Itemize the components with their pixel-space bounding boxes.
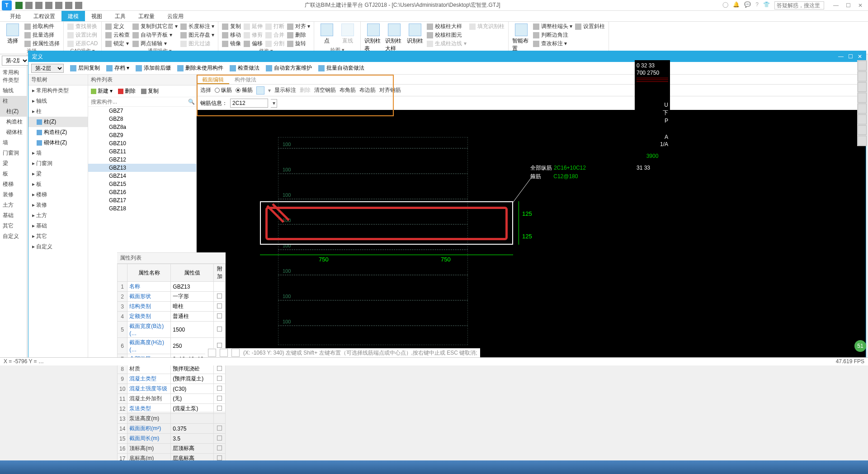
ribbon-pick[interactable]: 拾取构件 xyxy=(24,23,60,30)
ol-stair[interactable]: 楼梯 xyxy=(0,179,27,190)
ribbon-autoalign[interactable]: 自动平齐板 ▾ xyxy=(132,31,177,39)
tab-qty[interactable]: 工程量 xyxy=(132,11,161,21)
comp-item[interactable]: GBZ18 xyxy=(88,204,196,213)
prop-value[interactable]: 暗柱 xyxy=(171,302,214,312)
ol-common[interactable]: 常用构件类型 xyxy=(0,67,27,85)
navtree-group[interactable]: ▸ 常用构件类型 xyxy=(28,85,88,96)
rebar-input[interactable] xyxy=(230,99,268,108)
ribbon-point[interactable]: 点 xyxy=(318,23,336,45)
prop-value[interactable]: 层顶标高 xyxy=(171,444,214,454)
prop-add[interactable] xyxy=(214,404,226,414)
hint-btn3[interactable] xyxy=(231,349,240,357)
user-icon[interactable]: ◯ xyxy=(722,1,728,9)
navtree-group[interactable]: ▸ 自定义 xyxy=(28,242,88,252)
prop-add[interactable] xyxy=(214,434,226,444)
prop-name[interactable]: 结构类别 xyxy=(127,302,171,312)
ribbon-idcoltable[interactable]: 识别柱表 xyxy=(364,23,382,52)
minimize-icon[interactable]: — xyxy=(833,2,839,9)
prop-add[interactable] xyxy=(214,322,226,338)
radio-zongjin[interactable]: 纵筋 xyxy=(215,86,232,94)
prop-value[interactable]: 3.5 xyxy=(171,434,214,444)
prop-value[interactable]: 1500 xyxy=(171,322,214,338)
help-search[interactable] xyxy=(774,1,824,9)
comp-item[interactable]: GBZ9 xyxy=(88,131,196,139)
ol-col-gz[interactable]: 构造柱 xyxy=(0,117,27,127)
prop-name[interactable]: 顶标高(m) xyxy=(127,444,171,454)
comp-item[interactable]: GBZ8a xyxy=(88,123,196,131)
ribbon-checkbig[interactable]: 校核柱大样 xyxy=(427,23,466,30)
qat-undo-icon[interactable] xyxy=(25,2,33,9)
ribbon-checkanno[interactable]: 查改标注 ▾ xyxy=(533,40,572,47)
comp-item[interactable]: GBZ16 xyxy=(88,188,196,196)
tab-tools[interactable]: 工具 xyxy=(108,11,132,21)
complist-search[interactable] xyxy=(88,97,186,106)
ribbon-idcol[interactable]: 识别柱 xyxy=(406,23,424,45)
tab-project[interactable]: 工程设置 xyxy=(27,11,61,21)
comp-item[interactable]: GBZ12 xyxy=(88,156,196,164)
ol-earth[interactable]: 土方 xyxy=(0,200,27,210)
ol-wall[interactable]: 墙 xyxy=(0,137,27,148)
ol-axis[interactable]: 轴线 xyxy=(0,85,27,96)
dlg-floorcopy[interactable]: 层间复制 xyxy=(70,64,100,72)
ribbon-define[interactable]: 定义 xyxy=(105,23,130,30)
prop-add[interactable] xyxy=(214,302,226,312)
tab-model[interactable]: 建模 xyxy=(61,11,85,21)
navtree-group[interactable]: ▸ 墙 xyxy=(28,148,88,158)
dlg-max-icon[interactable]: ☐ xyxy=(848,53,853,60)
complist-copy[interactable]: 复制 xyxy=(141,87,159,95)
dlg-autoplan[interactable]: 自动套方案维护 xyxy=(266,64,312,72)
prop-add[interactable] xyxy=(214,312,226,322)
ribbon-copy[interactable]: 复制 xyxy=(222,23,241,30)
ol-slab[interactable]: 板 xyxy=(0,169,27,179)
ol-found[interactable]: 基础 xyxy=(0,210,27,221)
help-icon[interactable]: ? xyxy=(755,1,759,9)
prop-name[interactable]: 截面高度(H边)(… xyxy=(127,338,171,354)
prop-name[interactable]: 截面形状 xyxy=(127,292,171,302)
tab-cloud[interactable]: 云应用 xyxy=(161,11,190,21)
prop-value[interactable]: 0.375 xyxy=(171,424,214,434)
prop-value[interactable] xyxy=(171,414,214,424)
navtree-group[interactable]: ▸ 轴线 xyxy=(28,96,88,106)
prop-value[interactable]: GBZ13 xyxy=(171,282,214,292)
comp-item[interactable]: GBZ7 xyxy=(88,107,196,115)
ol-col-qt[interactable]: 砌体柱 xyxy=(0,127,27,137)
prop-add[interactable] xyxy=(214,384,226,394)
shirt-icon[interactable]: 👕 xyxy=(763,1,770,9)
prop-name[interactable]: 截面面积(m²) xyxy=(127,424,171,434)
dlg-min-icon[interactable]: — xyxy=(838,53,844,60)
ribbon-lendim[interactable]: 长度标注 ▾ xyxy=(180,23,214,30)
ribbon-checkgeo[interactable]: 校核柱图元 xyxy=(427,31,466,39)
ribbon-twopoint[interactable]: 两点辅轴 ▾ xyxy=(132,40,177,47)
navtree-group[interactable]: ▸ 楼梯 xyxy=(28,190,88,200)
ribbon-offset[interactable]: 偏移 xyxy=(244,40,263,47)
comp-item[interactable]: GBZ13 xyxy=(88,164,196,172)
radio-gujin[interactable]: 箍筋 xyxy=(236,86,253,94)
ed-edge[interactable]: 布边筋 xyxy=(359,86,376,94)
prop-add[interactable] xyxy=(214,394,226,404)
prop-name[interactable]: 混凝土强度等级 xyxy=(127,384,171,394)
navtree-group[interactable]: ▸ 基础 xyxy=(28,221,88,231)
rebar-dropdown-icon[interactable]: ▾ xyxy=(271,99,277,108)
navtree-group[interactable]: ▸ 其它 xyxy=(28,231,88,242)
ribbon-idcolbig[interactable]: 识别柱大样 xyxy=(385,23,403,52)
qat-redo-icon[interactable] xyxy=(35,2,42,9)
navtree-group[interactable]: ▸ 板 xyxy=(28,179,88,190)
ribbon-smartlayout[interactable]: 智能布置 xyxy=(512,23,530,52)
ribbon-savegeo[interactable]: 图元存盘 ▾ xyxy=(180,31,214,39)
prop-value[interactable]: (预拌混凝土) xyxy=(171,374,214,384)
ribbon-propsel[interactable]: 按属性选择 xyxy=(24,40,60,47)
prop-name[interactable]: 截面宽度(B边)(… xyxy=(127,322,171,338)
dlg-checkmethod[interactable]: 检查做法 xyxy=(230,64,259,72)
ribbon-batchsel[interactable]: 批量选择 xyxy=(24,31,60,39)
dlg-batchauto[interactable]: 批量自动套做法 xyxy=(318,64,364,72)
complist-new[interactable]: 新建 ▾ xyxy=(91,87,113,95)
comp-item[interactable]: GBZ11 xyxy=(88,147,196,156)
navtree-group[interactable]: ▸ 梁 xyxy=(28,169,88,179)
comp-item[interactable]: GBZ8 xyxy=(88,115,196,123)
qat-icon[interactable] xyxy=(75,2,82,9)
comp-item[interactable]: GBZ14 xyxy=(88,172,196,180)
prop-add[interactable] xyxy=(214,374,226,384)
prop-value[interactable]: (C30) xyxy=(171,384,214,394)
prop-value[interactable]: (混凝土泵) xyxy=(171,404,214,414)
prop-name[interactable]: 混凝土类型 xyxy=(127,374,171,384)
